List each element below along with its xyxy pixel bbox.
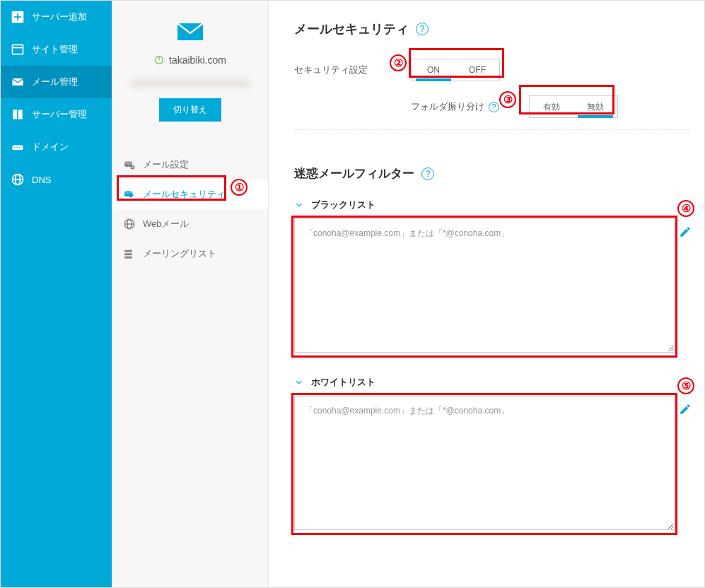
nav-label: サイト管理	[32, 43, 78, 56]
svg-rect-6	[13, 110, 17, 119]
toggle-off[interactable]: OFF	[455, 59, 499, 81]
whitelist-label: ホワイトリスト	[311, 376, 375, 389]
whitelist-box: ⑤	[294, 396, 690, 532]
svg-point-10	[16, 147, 18, 148]
main-nav: サーバー追加 サイト管理 メール管理 サーバー管理 ドメイン DNS	[1, 1, 112, 587]
svg-point-9	[14, 147, 16, 148]
whitelist-textarea[interactable]	[294, 396, 675, 530]
toggle-disable[interactable]: 無効	[573, 96, 617, 117]
nav-label: ドメイン	[32, 141, 69, 153]
nav-server-manage[interactable]: サーバー管理	[1, 98, 112, 131]
toggle-on[interactable]: ON	[412, 59, 455, 81]
mail-large-icon	[173, 15, 207, 49]
submenu-label: Webメール	[143, 218, 190, 230]
mail-shield-icon	[123, 188, 136, 201]
nav-label: DNS	[32, 175, 51, 185]
folder-sort-toggle: 有効 無効	[529, 95, 618, 118]
submenu-label: メーリングリスト	[143, 247, 216, 260]
svg-rect-7	[18, 110, 23, 119]
nav-label: サーバー管理	[32, 108, 87, 121]
svg-point-11	[19, 147, 21, 148]
sub-panel: takaibiki.com 切り替え メール設定 メールセキュリティ Webメー…	[112, 1, 269, 587]
help-icon[interactable]: ?	[416, 23, 429, 35]
window-icon	[11, 42, 25, 57]
app-root: サーバー追加 サイト管理 メール管理 サーバー管理 ドメイン DNS	[0, 0, 705, 588]
sub-menu: メール設定 メールセキュリティ Webメール メーリングリスト	[112, 150, 268, 269]
domain-name: takaibiki.com	[169, 54, 226, 66]
nav-mail-manage[interactable]: メール管理	[1, 66, 112, 98]
mail-icon	[11, 75, 25, 89]
submenu-mail-security[interactable]: メールセキュリティ	[112, 180, 268, 209]
submenu-mail-settings[interactable]: メール設定	[112, 150, 268, 180]
submenu-label: メールセキュリティ	[143, 188, 226, 201]
folder-sort-label: フォルダ振り分け	[411, 100, 484, 113]
toggle-enable[interactable]: 有効	[530, 96, 573, 117]
switch-button[interactable]: 切り替え	[159, 98, 221, 122]
svg-point-19	[132, 167, 134, 168]
pencil-icon[interactable]	[679, 403, 692, 416]
nav-label: サーバー追加	[32, 11, 87, 23]
mail-security-title: メールセキュリティ ?	[294, 20, 690, 37]
help-icon[interactable]: ?	[489, 102, 499, 112]
blacklist-header[interactable]: ブラックリスト	[294, 199, 690, 211]
security-toggle: ON OFF	[411, 59, 500, 81]
title-text: 迷惑メールフィルター	[294, 165, 414, 182]
spam-filter-title: 迷惑メールフィルター ?	[294, 165, 690, 182]
blurred-info	[130, 78, 250, 88]
security-setting-row: セキュリティ設定 ON OFF ②	[294, 52, 690, 88]
svg-rect-25	[124, 253, 132, 255]
help-icon[interactable]: ?	[421, 167, 434, 180]
title-text: メールセキュリティ	[294, 20, 409, 37]
nav-domain[interactable]: ドメイン	[1, 131, 112, 163]
power-icon	[153, 54, 165, 66]
webmail-icon	[123, 218, 136, 230]
svg-rect-5	[13, 78, 23, 86]
security-setting-label: セキュリティ設定	[294, 64, 411, 76]
pencil-icon[interactable]	[679, 225, 692, 238]
blacklist-textarea[interactable]	[294, 218, 675, 353]
mail-gear-icon	[123, 158, 136, 171]
svg-rect-2	[14, 16, 21, 18]
domain-header: takaibiki.com 切り替え	[112, 15, 268, 129]
globe-icon	[11, 172, 25, 187]
submenu-mailing-list[interactable]: メーリングリスト	[112, 239, 268, 269]
mailing-list-icon	[123, 247, 136, 260]
nav-label: メール管理	[32, 76, 78, 88]
nav-dns[interactable]: DNS	[1, 163, 112, 196]
folder-sort-row: フォルダ振り分け ? 有効 無効 ③	[294, 88, 690, 125]
domain-icon	[11, 140, 25, 154]
divider	[294, 129, 690, 130]
svg-rect-3	[13, 45, 23, 54]
plus-icon	[11, 10, 25, 24]
submenu-webmail[interactable]: Webメール	[112, 209, 268, 239]
server-icon	[11, 107, 25, 122]
whitelist-header[interactable]: ホワイトリスト	[294, 376, 690, 389]
content-area: メールセキュリティ ? セキュリティ設定 ON OFF ② フォルダ振り分け ?…	[269, 1, 704, 587]
chevron-down-icon	[294, 377, 304, 387]
svg-rect-26	[124, 257, 132, 259]
nav-site-manage[interactable]: サイト管理	[1, 33, 112, 66]
annotation-num-3: ③	[499, 91, 516, 108]
chevron-down-icon	[294, 200, 304, 210]
submenu-label: メール設定	[143, 158, 189, 171]
domain-row: takaibiki.com	[153, 54, 226, 66]
blacklist-label: ブラックリスト	[311, 199, 375, 211]
blacklist-box: ④	[294, 218, 690, 355]
nav-add-server[interactable]: サーバー追加	[1, 1, 112, 33]
